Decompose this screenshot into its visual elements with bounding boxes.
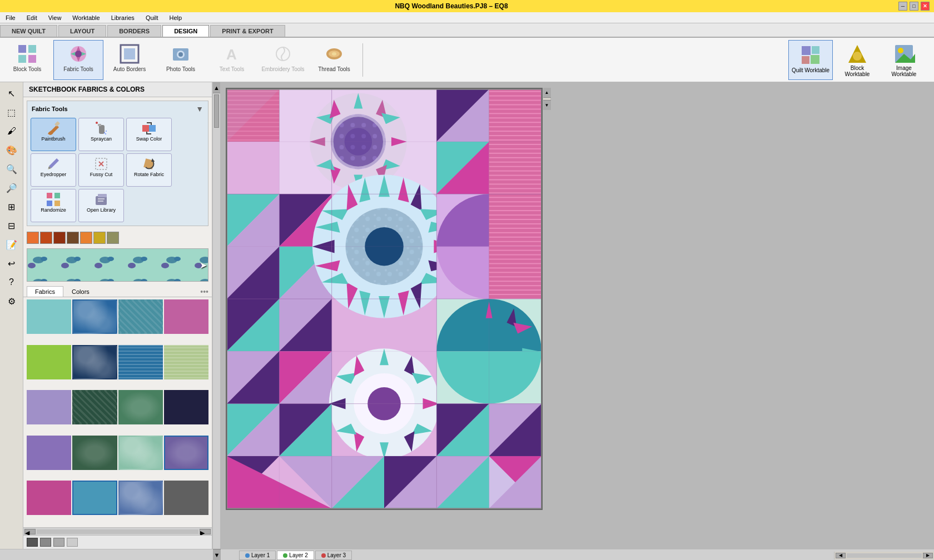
spraycan-tool-button[interactable]: Spraycan: [78, 118, 124, 151]
fabric-swatch-14[interactable]: [118, 436, 163, 470]
view-icon-3[interactable]: [53, 538, 64, 547]
menu-item-view[interactable]: View: [45, 13, 65, 22]
fabric-swatch-0[interactable]: [27, 299, 71, 334]
color-swatch-1[interactable]: [40, 232, 52, 244]
select-icon[interactable]: ⬚: [3, 103, 21, 121]
zoom-fit-icon[interactable]: ⊞: [3, 198, 21, 216]
fabric-swatch-19[interactable]: [164, 481, 208, 515]
more-options[interactable]: •••: [200, 287, 208, 296]
fabric-swatch-17[interactable]: [72, 481, 117, 515]
fabric-swatch-8[interactable]: [27, 390, 71, 424]
fabric-swatch-12[interactable]: [27, 436, 71, 470]
scroll-down[interactable]: ▼: [213, 549, 221, 560]
text-tools-button[interactable]: AText Tools: [207, 40, 257, 80]
color-swatch-3[interactable]: [67, 232, 79, 244]
fabric-swatch-16[interactable]: [27, 481, 71, 515]
layer-tab-layer3[interactable]: Layer 3: [315, 551, 352, 560]
restore-button[interactable]: □: [910, 2, 918, 11]
fabric-swatch-2[interactable]: [118, 299, 163, 334]
zoom-custom-icon[interactable]: ⊟: [3, 217, 21, 234]
tab-colors[interactable]: Colors: [63, 286, 98, 297]
close-button[interactable]: ✕: [921, 2, 930, 11]
open-library-tool-button[interactable]: Open Library: [78, 189, 124, 222]
layer-tab-layer2[interactable]: Layer 2: [277, 551, 314, 560]
auto-borders-button[interactable]: Auto Borders: [105, 40, 155, 80]
fabric-swatch-13[interactable]: [72, 436, 117, 470]
fabric-swatch-5[interactable]: [72, 345, 117, 379]
menu-item-file[interactable]: File: [2, 13, 19, 22]
sketchbook-panel: SKETCHBOOK FABRICS & COLORS Fabric Tools…: [23, 82, 212, 549]
minimize-button[interactable]: ─: [898, 2, 907, 11]
fabric-swatch-11[interactable]: [164, 390, 208, 424]
view-icon-2[interactable]: [40, 538, 51, 547]
tab-layout[interactable]: LAYOUT: [58, 25, 106, 37]
fabric-swatch-4[interactable]: [27, 345, 71, 379]
swap-color-tool-button[interactable]: Swap Color: [126, 118, 172, 151]
fabric-swatch-1[interactable]: [72, 299, 117, 334]
settings-icon[interactable]: ⚙: [3, 292, 21, 310]
tab-new-quilt[interactable]: NEW QUILT: [0, 25, 57, 37]
scroll-left-btn[interactable]: ◀: [24, 529, 36, 534]
bottom-scrollbar[interactable]: ◀ ▶: [834, 552, 934, 559]
tab-borders[interactable]: BORDERS: [107, 25, 161, 37]
scroll-up[interactable]: ▲: [213, 82, 220, 93]
view-icon-4[interactable]: [67, 538, 78, 547]
view-icon-1[interactable]: [27, 538, 38, 547]
scroll-up-btn[interactable]: ▲: [543, 88, 551, 98]
fabric-tools-button[interactable]: Fabric Tools: [53, 40, 103, 80]
rotate-fabric-tool-button[interactable]: Rotate Fabric: [126, 153, 172, 187]
paintbrush-tool-button[interactable]: Paintbrush: [31, 118, 76, 151]
eyedropper-label: Eyedropper: [41, 172, 67, 177]
scroll-down-btn[interactable]: ▼: [543, 100, 551, 110]
fabric-swatch-15[interactable]: [164, 436, 208, 470]
fabric-swatch-18[interactable]: [118, 481, 163, 515]
quilt-worktable-button[interactable]: Quilt Worktable: [788, 40, 833, 80]
block-worktable-button[interactable]: Block Worktable: [835, 40, 880, 80]
zoom-in-icon[interactable]: 🔍: [3, 160, 21, 178]
paint-icon[interactable]: 🎨: [3, 141, 21, 159]
fussy-cut-tool-button[interactable]: Fussy Cut: [78, 153, 124, 187]
image-worktable-button[interactable]: Image Worktable: [882, 40, 926, 80]
scroll-thumb[interactable]: [214, 94, 219, 128]
fabric-swatch-6[interactable]: [118, 345, 163, 379]
menu-item-libraries[interactable]: Libraries: [108, 13, 138, 22]
h-scrollbar[interactable]: ◀ ▶: [23, 527, 212, 535]
scroll-right-btn[interactable]: ▶: [200, 529, 211, 534]
brush-icon[interactable]: 🖌: [3, 122, 21, 140]
vertical-scrollbar[interactable]: ▲ ▼: [212, 82, 220, 549]
fabric-swatch-3[interactable]: [164, 299, 208, 334]
tab-print---export[interactable]: PRINT & EXPORT: [210, 25, 285, 37]
pointer-icon[interactable]: ↖: [3, 84, 21, 102]
color-swatch-6[interactable]: [107, 232, 119, 244]
right-scrollbar[interactable]: ▲ ▼: [543, 88, 550, 110]
eyedropper-tool-button[interactable]: Eyedropper: [31, 153, 76, 187]
fabric-swatch-9[interactable]: [72, 390, 117, 424]
fabric-tools-collapse[interactable]: ▼: [196, 104, 203, 113]
tab-fabrics[interactable]: Fabrics: [27, 286, 63, 297]
menu-item-quilt[interactable]: Quilt: [142, 13, 162, 22]
menu-item-worktable[interactable]: Worktable: [69, 13, 103, 22]
notes-icon[interactable]: 📝: [3, 236, 21, 253]
randomize-tool-button[interactable]: Randomize: [31, 189, 76, 222]
help-icon[interactable]: ?: [3, 273, 21, 291]
zoom-out-icon[interactable]: 🔎: [3, 179, 21, 197]
thread-tools-button[interactable]: Thread Tools: [309, 40, 359, 80]
layer-tab-layer1[interactable]: Layer 1: [239, 551, 276, 560]
quilt-worktable-icon: [798, 43, 823, 67]
spraycan-icon: [93, 121, 109, 136]
preview-arrow[interactable]: ➤: [200, 260, 207, 271]
menu-item-edit[interactable]: Edit: [23, 13, 41, 22]
photo-tools-button[interactable]: Photo Tools: [156, 40, 206, 80]
menu-item-help[interactable]: Help: [166, 13, 186, 22]
color-swatch-0[interactable]: [27, 232, 39, 244]
color-swatch-2[interactable]: [53, 232, 66, 244]
tab-design[interactable]: DESIGN: [162, 25, 209, 37]
undo-icon[interactable]: ↩: [3, 254, 21, 272]
fabric-swatch-10[interactable]: [118, 390, 163, 424]
color-swatch-4[interactable]: [80, 232, 92, 244]
embroidery-tools-button[interactable]: Embroidery Tools: [258, 40, 308, 80]
block-tools-button[interactable]: Block Tools: [2, 40, 52, 80]
svg-point-28: [96, 122, 98, 124]
fabric-swatch-7[interactable]: [164, 345, 208, 379]
color-swatch-5[interactable]: [93, 232, 106, 244]
